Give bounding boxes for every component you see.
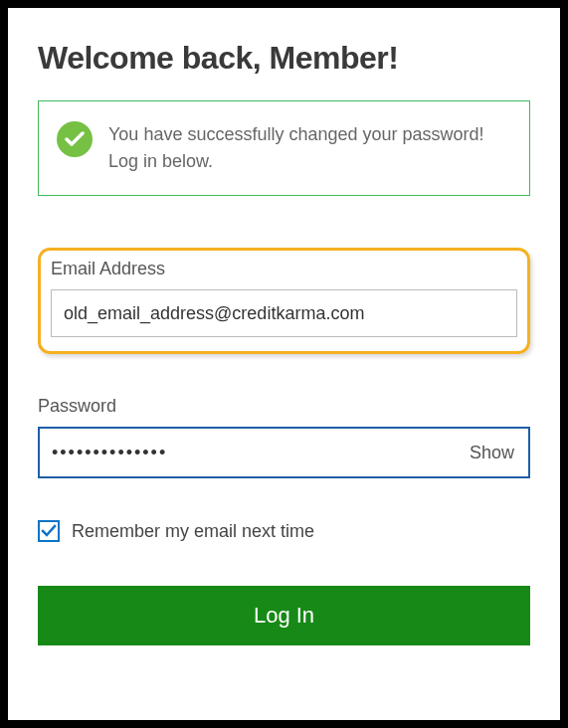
- password-input[interactable]: [40, 429, 528, 476]
- login-form-container: Welcome back, Member! You have successfu…: [8, 8, 560, 720]
- login-button[interactable]: Log In: [38, 586, 530, 645]
- email-input[interactable]: [51, 289, 517, 337]
- check-icon: [41, 524, 57, 538]
- page-title: Welcome back, Member!: [38, 40, 530, 77]
- email-highlight-box: Email Address: [38, 248, 530, 354]
- remember-row: Remember my email next time: [38, 520, 530, 542]
- remember-checkbox[interactable]: [38, 520, 60, 542]
- success-check-icon: [57, 121, 93, 157]
- email-field-group: Email Address: [38, 248, 530, 354]
- email-label: Email Address: [51, 259, 517, 279]
- remember-label: Remember my email next time: [72, 521, 314, 542]
- success-message: You have successfully changed your passw…: [108, 121, 511, 175]
- password-input-wrapper: Show: [38, 427, 530, 478]
- success-banner: You have successfully changed your passw…: [38, 100, 530, 196]
- password-label: Password: [38, 396, 530, 417]
- password-field-group: Password Show: [38, 396, 530, 478]
- show-password-button[interactable]: Show: [470, 443, 514, 463]
